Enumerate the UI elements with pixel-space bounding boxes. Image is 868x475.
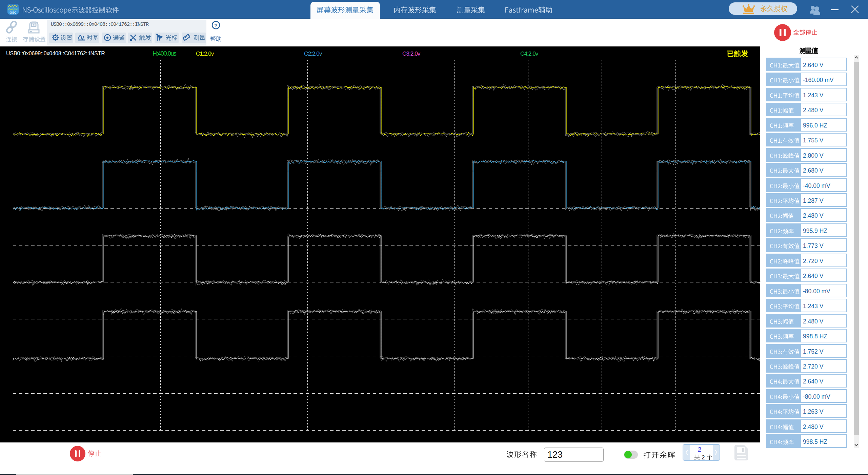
svg-text:?: ? xyxy=(214,22,217,28)
svg-text:C3:2.0v: C3:2.0v xyxy=(402,51,421,57)
svg-text:OSC: OSC xyxy=(9,11,17,14)
svg-text:2: 2 xyxy=(698,446,702,453)
svg-text:2: 2 xyxy=(702,454,705,461)
svg-text:C4:2.0v: C4:2.0v xyxy=(520,51,539,57)
svg-text:USB0::0x0699::0x0408::C041762:: USB0::0x0699::0x0408::C041762::INSTR xyxy=(6,51,105,56)
svg-text:H:400.0us: H:400.0us xyxy=(153,50,177,57)
svg-text:C1:2.0v: C1:2.0v xyxy=(196,51,214,57)
svg-text:C2:2.0v: C2:2.0v xyxy=(304,51,322,57)
